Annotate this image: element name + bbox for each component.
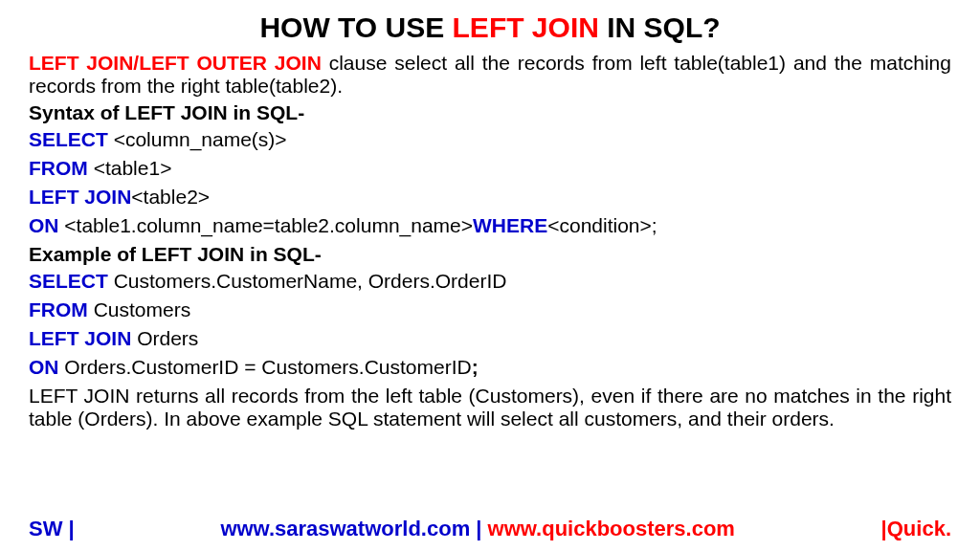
syntax-line-1: SELECT <column_name(s)>: [29, 128, 951, 151]
keyword-from: FROM: [29, 157, 88, 179]
syntax-line-3: LEFT JOIN<table2>: [29, 186, 951, 209]
example-keyword-leftjoin: LEFT JOIN: [29, 327, 131, 349]
intro-paragraph: LEFT JOIN/LEFT OUTER JOIN clause select …: [29, 52, 951, 98]
example-line-2: FROM Customers: [29, 298, 951, 321]
keyword-on: ON: [29, 214, 59, 236]
example-line-4: ON Orders.CustomerID = Customers.Custome…: [29, 356, 951, 379]
keyword-leftjoin: LEFT JOIN: [29, 186, 131, 208]
example-keyword-from: FROM: [29, 298, 88, 320]
footer-center: www.saraswatworld.com | www.quickbooster…: [220, 517, 735, 541]
footer-left: SW |: [29, 517, 75, 541]
example-keyword-on: ON: [29, 356, 59, 378]
syntax-line-2: FROM <table1>: [29, 157, 951, 180]
syntax-line2-rest: <table1>: [88, 157, 172, 179]
syntax-line4-rest2: <condition>;: [547, 214, 657, 236]
example-line4-rest: Orders.CustomerID = Customers.CustomerID: [59, 356, 472, 378]
page-title: HOW TO USE LEFT JOIN IN SQL?: [29, 11, 951, 44]
intro-bold: LEFT JOIN/LEFT OUTER JOIN: [29, 52, 322, 74]
footer: SW | www.saraswatworld.com | www.quickbo…: [0, 517, 980, 541]
example-line1-rest: Customers.CustomerName, Orders.OrderID: [108, 270, 507, 292]
footer-center-red: www.quickboosters.com: [488, 517, 735, 540]
example-line3-rest: Orders: [131, 327, 198, 349]
example-keyword-select: SELECT: [29, 270, 108, 292]
example-heading: Example of LEFT JOIN in SQL-: [29, 243, 951, 266]
explanation-paragraph: LEFT JOIN returns all records from the l…: [29, 385, 951, 430]
example-line-3: LEFT JOIN Orders: [29, 327, 951, 350]
footer-right: |Quick.: [881, 517, 951, 541]
title-part1: HOW TO USE: [259, 11, 452, 43]
syntax-line1-rest: <column_name(s)>: [108, 128, 287, 150]
syntax-line3-rest: <table2>: [131, 186, 210, 208]
keyword-where: WHERE: [473, 214, 547, 236]
syntax-line-4: ON <table1.column_name=table2.column_nam…: [29, 214, 951, 237]
example-semicolon: ;: [472, 356, 479, 378]
syntax-line4-rest: <table1.column_name=table2.column_name>: [59, 214, 474, 236]
example-line2-rest: Customers: [88, 298, 190, 320]
example-line-1: SELECT Customers.CustomerName, Orders.Or…: [29, 270, 951, 293]
keyword-select: SELECT: [29, 128, 108, 150]
syntax-heading: Syntax of LEFT JOIN in SQL-: [29, 101, 951, 124]
footer-center-blue: www.saraswatworld.com |: [220, 517, 487, 540]
title-part2: IN SQL?: [599, 11, 721, 43]
title-highlight: LEFT JOIN: [453, 11, 599, 43]
